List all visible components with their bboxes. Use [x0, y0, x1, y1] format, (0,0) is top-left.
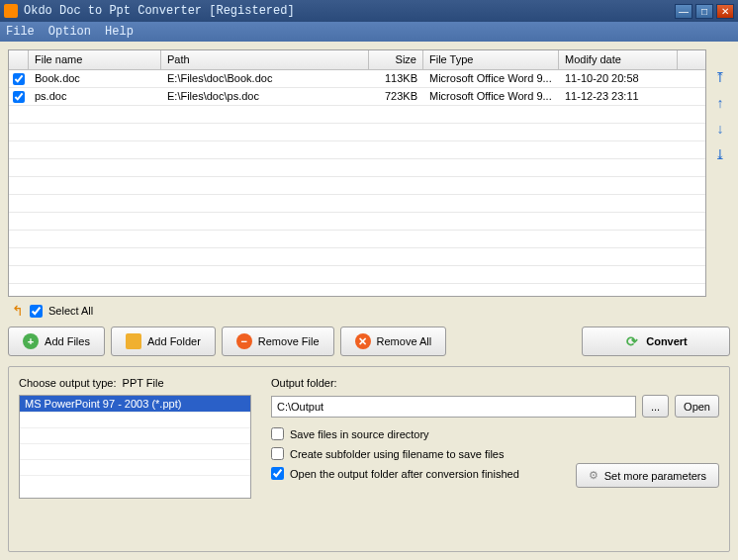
cell-type: Microsoft Office Word 9... — [423, 88, 559, 105]
save-source-label: Save files in source directory — [290, 428, 429, 440]
content-area: File name Path Size File Type Modify dat… — [0, 42, 738, 560]
menu-file[interactable]: File — [6, 25, 35, 39]
grid-header: File name Path Size File Type Modify dat… — [9, 50, 705, 70]
convert-icon: ⟳ — [624, 333, 640, 349]
add-files-button[interactable]: + Add Files — [8, 327, 105, 356]
save-source-checkbox[interactable] — [271, 427, 284, 440]
x-icon: ✕ — [355, 333, 371, 349]
header-filename[interactable]: File name — [29, 50, 161, 69]
add-files-label: Add Files — [45, 335, 90, 347]
move-down-icon[interactable]: ↓ — [712, 121, 728, 137]
menubar: File Option Help — [0, 22, 738, 42]
convert-label: Convert — [646, 335, 688, 347]
remove-all-button[interactable]: ✕ Remove All — [340, 327, 447, 356]
more-parameters-button[interactable]: ⚙ Set more parameters — [576, 463, 719, 488]
output-type-list[interactable]: MS PowerPoint 97 - 2003 (*.ppt) — [19, 395, 251, 499]
output-folder-input[interactable] — [271, 396, 636, 418]
cell-path: E:\Files\doc\ps.doc — [161, 88, 369, 105]
browse-button[interactable]: ... — [642, 395, 669, 418]
remove-file-label: Remove File — [258, 335, 320, 347]
add-folder-button[interactable]: Add Folder — [111, 327, 216, 356]
open-after-label: Open the output folder after conversion … — [290, 468, 519, 480]
header-filetype[interactable]: File Type — [423, 50, 559, 69]
close-button[interactable]: ✕ — [716, 4, 734, 19]
titlebar: Okdo Doc to Ppt Converter [Registered] —… — [0, 0, 738, 22]
cell-type: Microsoft Office Word 9... — [423, 70, 559, 87]
select-all-label: Select All — [48, 305, 93, 317]
remove-all-label: Remove All — [377, 335, 432, 347]
menu-option[interactable]: Option — [48, 25, 91, 39]
header-modifydate[interactable]: Modify date — [559, 50, 678, 69]
output-folder-label: Output folder: — [271, 377, 719, 389]
move-up-icon[interactable]: ↑ — [712, 95, 728, 111]
select-all-checkbox[interactable] — [30, 305, 43, 318]
remove-file-button[interactable]: − Remove File — [222, 327, 334, 356]
minus-icon: − — [236, 333, 252, 349]
folder-up-icon[interactable]: ↰ — [12, 303, 24, 319]
open-button[interactable]: Open — [675, 395, 719, 418]
convert-button[interactable]: ⟳ Convert — [582, 327, 730, 356]
header-size[interactable]: Size — [369, 50, 423, 69]
menu-help[interactable]: Help — [105, 25, 134, 39]
cell-size: 113KB — [369, 70, 423, 87]
app-icon — [4, 4, 18, 18]
cell-date: 11-12-23 23:11 — [559, 88, 678, 105]
create-subfolder-checkbox[interactable] — [271, 447, 284, 460]
gear-icon: ⚙ — [589, 469, 599, 482]
move-top-icon[interactable]: ⤒ — [712, 69, 728, 85]
cell-name: Book.doc — [29, 70, 161, 87]
cell-path: E:\Files\doc\Book.doc — [161, 70, 369, 87]
output-type-label: Choose output type: PPT File — [19, 377, 251, 389]
open-after-checkbox[interactable] — [271, 467, 284, 480]
cell-date: 11-10-20 20:58 — [559, 70, 678, 87]
more-parameters-label: Set more parameters — [604, 470, 706, 482]
file-grid[interactable]: File name Path Size File Type Modify dat… — [8, 49, 706, 297]
minimize-button[interactable]: — — [675, 4, 692, 19]
row-checkbox[interactable] — [13, 91, 25, 103]
reorder-arrows: ⤒ ↑ ↓ ⤓ — [710, 49, 730, 297]
header-path[interactable]: Path — [161, 50, 369, 69]
maximize-button[interactable]: □ — [695, 4, 713, 19]
bottom-panel: Choose output type: PPT File MS PowerPoi… — [8, 366, 730, 552]
cell-size: 723KB — [369, 88, 423, 105]
plus-icon: + — [23, 333, 39, 349]
move-bottom-icon[interactable]: ⤓ — [712, 146, 728, 162]
cell-name: ps.doc — [29, 88, 161, 105]
add-folder-label: Add Folder — [147, 335, 201, 347]
row-checkbox[interactable] — [13, 73, 25, 85]
window-title: Okdo Doc to Ppt Converter [Registered] — [24, 4, 675, 18]
table-row[interactable]: Book.docE:\Files\doc\Book.doc113KBMicros… — [9, 70, 705, 88]
create-subfolder-label: Create subfolder using filename to save … — [290, 448, 504, 460]
output-type-item[interactable]: MS PowerPoint 97 - 2003 (*.ppt) — [20, 396, 250, 412]
table-row[interactable]: ps.docE:\Files\doc\ps.doc723KBMicrosoft … — [9, 88, 705, 106]
folder-icon — [126, 333, 141, 349]
